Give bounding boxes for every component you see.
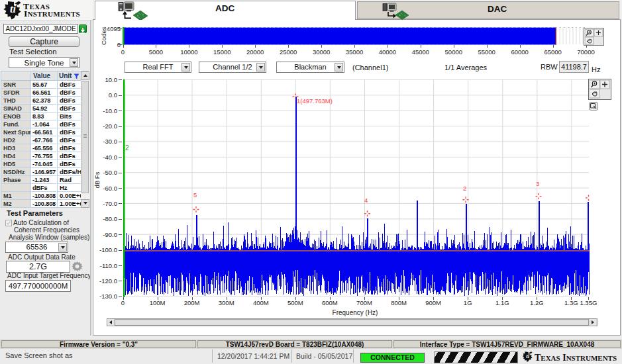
- svg-text:4: 4: [364, 197, 368, 204]
- svg-text:1(497.763M): 1(497.763M): [297, 97, 333, 105]
- svg-text:3: 3: [536, 180, 539, 187]
- svg-text:ti: ti: [10, 3, 16, 15]
- svg-text:2: 2: [125, 144, 129, 152]
- svg-text:5: 5: [193, 191, 197, 199]
- svg-text:ti: ti: [526, 353, 530, 359]
- svg-text:2: 2: [463, 185, 466, 192]
